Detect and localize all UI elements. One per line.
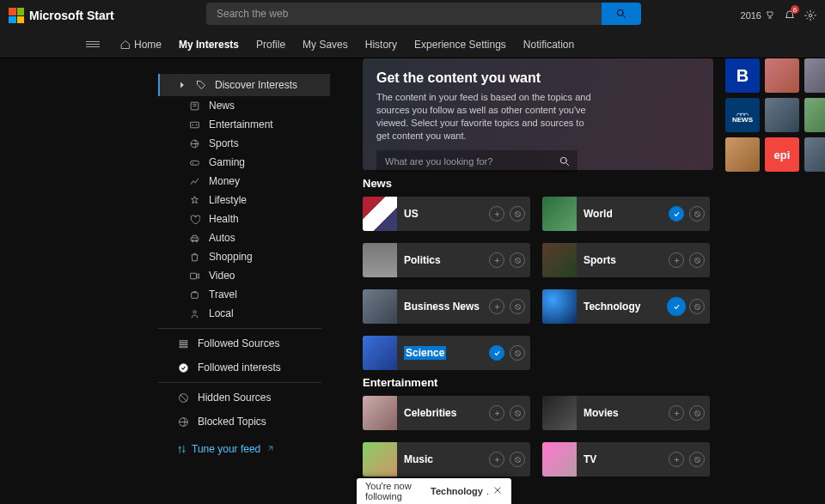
topic-card-sports[interactable]: Sports: [542, 243, 710, 277]
sidebar-followed-sources[interactable]: Followed Sources: [158, 334, 330, 353]
follow-button[interactable]: [489, 206, 504, 222]
sidebar-followed-interests[interactable]: Followed interests: [158, 358, 330, 377]
source-tile[interactable]: epi: [765, 137, 799, 172]
svg-line-35: [695, 258, 700, 263]
source-tile[interactable]: [804, 137, 825, 172]
sidebar-hidden-sources[interactable]: Hidden Sources: [158, 388, 330, 407]
peacock-icon: [736, 107, 749, 116]
block-button[interactable]: [689, 405, 705, 421]
follow-button[interactable]: [489, 452, 504, 467]
block-button[interactable]: [510, 299, 525, 314]
block-icon: [694, 456, 701, 464]
notifications-button[interactable]: 6: [784, 9, 796, 22]
sidebar-cat-video[interactable]: Video: [158, 266, 330, 285]
hero-search-input[interactable]: [376, 156, 559, 167]
sidebar-cat-health[interactable]: Health: [158, 209, 330, 228]
sidebar-cat-shopping[interactable]: Shopping: [158, 247, 330, 266]
source-tile[interactable]: [725, 137, 760, 172]
nav-home[interactable]: Home: [120, 39, 162, 51]
topic-thumb: [363, 289, 397, 324]
sidebar-blocked-topics[interactable]: Blocked Topics: [158, 412, 330, 431]
toast-close-button[interactable]: [492, 485, 503, 497]
svg-rect-20: [180, 343, 187, 344]
sidebar-cat-lifestyle[interactable]: Lifestyle: [158, 191, 330, 209]
follow-button[interactable]: [669, 252, 684, 268]
block-icon: [514, 349, 522, 357]
follow-button[interactable]: [669, 405, 684, 421]
topic-thumb: [542, 442, 577, 477]
topic-actions: [489, 345, 525, 361]
nav-my-interests[interactable]: My Interests: [179, 39, 239, 51]
sidebar-cat-travel[interactable]: Travel: [158, 285, 330, 304]
plus-icon: [493, 410, 501, 417]
settings-gear-icon[interactable]: [804, 9, 816, 21]
source-tile[interactable]: [804, 98, 825, 132]
svg-line-39: [695, 305, 700, 309]
magnifier-icon[interactable]: [559, 155, 571, 167]
sidebar-discover-interests[interactable]: Discover Interests: [158, 74, 330, 96]
check-icon: [493, 349, 501, 357]
topic-card-music[interactable]: Music: [363, 442, 530, 477]
topic-card-celebrities[interactable]: Celebrities: [363, 396, 530, 430]
sidebar-cat-autos[interactable]: Autos: [158, 228, 330, 247]
source-tile[interactable]: NEWS: [725, 98, 760, 132]
nav-history[interactable]: History: [365, 39, 397, 51]
topic-label: US: [404, 208, 419, 220]
source-tile[interactable]: B: [725, 58, 760, 93]
tune-your-feed-link[interactable]: Tune your feed: [158, 443, 330, 455]
topic-card-business-news[interactable]: Business News: [363, 289, 530, 324]
svg-rect-21: [180, 346, 187, 348]
follow-button[interactable]: [489, 405, 504, 421]
search-input[interactable]: [206, 3, 602, 25]
topic-card-science[interactable]: Science: [363, 336, 530, 370]
block-button[interactable]: [510, 405, 525, 421]
block-icon: [514, 257, 522, 264]
source-tile[interactable]: [765, 58, 799, 93]
nav-my-saves[interactable]: My Saves: [302, 39, 348, 51]
plus-icon: [493, 456, 501, 464]
block-button[interactable]: [689, 206, 705, 222]
topic-card-world[interactable]: World: [542, 197, 710, 231]
section-entertainment: Entertainment CelebritiesMoviesMusicTV: [363, 376, 710, 477]
brand-block[interactable]: Microsoft Start: [9, 8, 114, 23]
hamburger-icon[interactable]: [86, 41, 100, 47]
sidebar-cat-local[interactable]: Local: [158, 304, 330, 323]
topic-card-tv[interactable]: TV: [542, 442, 710, 477]
follow-button[interactable]: [489, 299, 504, 314]
nav-experience-settings[interactable]: Experience Settings: [414, 39, 506, 51]
block-button[interactable]: [689, 252, 705, 268]
block-button[interactable]: [510, 252, 525, 268]
block-button[interactable]: [689, 452, 705, 467]
follow-button[interactable]: [669, 206, 684, 222]
block-button[interactable]: [510, 206, 525, 222]
rewards-points[interactable]: 2016: [741, 10, 775, 21]
section-title: News: [363, 177, 710, 190]
sidebar-cat-money[interactable]: Money: [158, 172, 330, 191]
notif-badge: 6: [791, 5, 799, 14]
block-button[interactable]: [510, 452, 525, 467]
source-tile[interactable]: [765, 98, 799, 132]
block-button[interactable]: [510, 345, 525, 361]
svg-line-27: [566, 163, 569, 166]
sidebar-cat-gaming[interactable]: Gaming: [158, 153, 330, 172]
topic-card-us[interactable]: US: [363, 197, 530, 231]
sidebar-cat-entertainment[interactable]: Entertainment: [158, 115, 330, 134]
globe-block-icon: [177, 416, 189, 428]
nav-notification[interactable]: Notification: [523, 39, 574, 51]
follow-button[interactable]: [489, 252, 504, 268]
plus-icon: [493, 303, 501, 311]
video-icon: [188, 270, 200, 282]
nav-profile[interactable]: Profile: [256, 39, 285, 51]
topic-card-movies[interactable]: Movies: [542, 396, 710, 430]
follow-button[interactable]: [489, 345, 504, 361]
topic-card-politics[interactable]: Politics: [363, 243, 530, 277]
search-button[interactable]: [602, 3, 641, 25]
topic-card-technology[interactable]: Technology: [542, 289, 710, 324]
sidebar-cat-news[interactable]: News: [158, 96, 330, 115]
source-tile[interactable]: [804, 58, 825, 93]
follow-button[interactable]: [669, 299, 684, 314]
block-button[interactable]: [689, 299, 705, 314]
sidebar-cat-sports[interactable]: Sports: [158, 134, 330, 153]
news-icon: [188, 100, 200, 112]
follow-button[interactable]: [669, 452, 684, 467]
